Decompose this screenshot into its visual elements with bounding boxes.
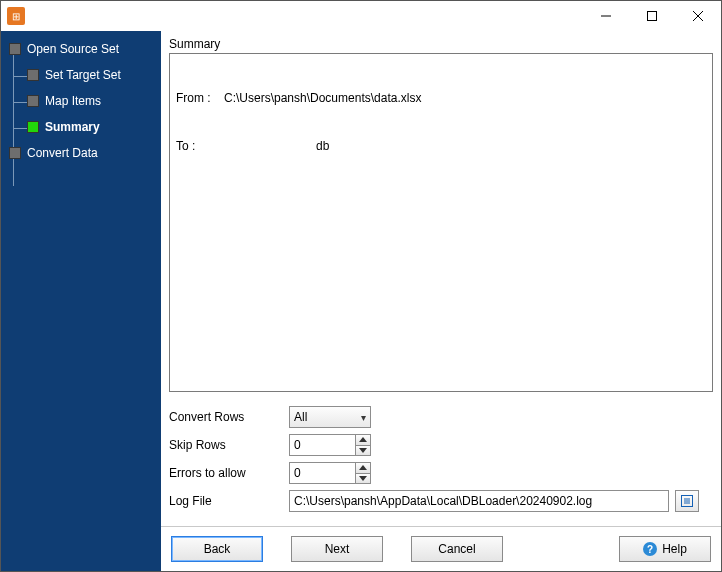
summary-textbox[interactable]: From : C:\Users\pansh\Documents\data.xls…	[169, 53, 713, 392]
minimize-icon	[601, 11, 611, 21]
cancel-button-label: Cancel	[438, 542, 475, 556]
help-button[interactable]: ? Help	[619, 536, 711, 562]
convert-rows-label: Convert Rows	[169, 410, 244, 424]
skip-rows-input[interactable]	[289, 434, 355, 456]
errors-allow-down-button[interactable]	[355, 474, 371, 485]
step-convert-data[interactable]: Convert Data	[9, 140, 159, 166]
convert-rows-select[interactable]: All ▾	[289, 406, 371, 428]
convert-rows-value: All	[294, 410, 307, 424]
chevron-up-icon	[359, 465, 367, 470]
close-button[interactable]	[675, 1, 721, 31]
svg-line-3	[693, 11, 703, 21]
app-icon-glyph: ⊞	[12, 11, 20, 22]
back-button[interactable]: Back	[171, 536, 263, 562]
svg-marker-7	[359, 476, 367, 481]
skip-rows-up-button[interactable]	[355, 434, 371, 446]
skip-rows-spinner	[289, 434, 371, 456]
svg-rect-1	[648, 12, 657, 21]
step-status-icon	[27, 95, 39, 107]
errors-allow-spinner	[289, 462, 371, 484]
cancel-button[interactable]: Cancel	[411, 536, 503, 562]
chevron-down-icon	[359, 448, 367, 453]
svg-line-2	[693, 11, 703, 21]
maximize-icon	[647, 11, 657, 21]
step-map-items[interactable]: Map Items	[27, 88, 159, 114]
help-icon: ?	[643, 542, 657, 556]
step-summary[interactable]: Summary	[27, 114, 159, 140]
step-set-target-set[interactable]: Set Target Set	[27, 62, 159, 88]
log-file-label: Log File	[169, 494, 212, 508]
summary-from-value: C:\Users\pansh\Documents\data.xlsx	[224, 90, 421, 106]
svg-marker-5	[359, 448, 367, 453]
step-label: Set Target Set	[45, 68, 121, 82]
step-status-icon	[9, 147, 21, 159]
step-label: Convert Data	[27, 146, 98, 160]
maximize-button[interactable]	[629, 1, 675, 31]
log-file-browse-button[interactable]	[675, 490, 699, 512]
step-status-icon	[27, 69, 39, 81]
svg-marker-4	[359, 437, 367, 442]
wizard-steps-tree: Open Source Set Set Target Set Map Items	[3, 36, 159, 166]
skip-rows-down-button[interactable]	[355, 446, 371, 457]
wizard-steps-sidebar: Open Source Set Set Target Set Map Items	[1, 31, 161, 571]
log-file-input[interactable]	[289, 490, 669, 512]
close-icon	[693, 11, 703, 21]
errors-allow-input[interactable]	[289, 462, 355, 484]
chevron-down-icon	[359, 476, 367, 481]
summary-to-value: db	[316, 138, 329, 154]
summary-from-label: From :	[176, 90, 224, 106]
file-browse-icon	[680, 494, 694, 508]
step-open-source-set[interactable]: Open Source Set	[9, 36, 159, 62]
step-label: Summary	[45, 120, 100, 134]
step-status-icon	[27, 121, 39, 133]
minimize-button[interactable]	[583, 1, 629, 31]
next-button-label: Next	[325, 542, 350, 556]
step-label: Map Items	[45, 94, 101, 108]
chevron-up-icon	[359, 437, 367, 442]
skip-rows-label: Skip Rows	[169, 438, 226, 452]
app-icon: ⊞	[7, 7, 25, 25]
errors-allow-label: Errors to allow	[169, 466, 246, 480]
conversion-options: Convert Rows All ▾ Skip Rows	[161, 392, 721, 520]
main-pane: Summary From : C:\Users\pansh\Documents\…	[161, 31, 721, 571]
step-status-icon	[9, 43, 21, 55]
chevron-down-icon: ▾	[361, 412, 366, 423]
titlebar: ⊞	[1, 1, 721, 31]
summary-to-label: To :	[176, 138, 224, 154]
step-label: Open Source Set	[27, 42, 119, 56]
wizard-button-bar: Back Next Cancel ? Help	[161, 527, 721, 571]
svg-marker-6	[359, 465, 367, 470]
errors-allow-up-button[interactable]	[355, 462, 371, 474]
next-button[interactable]: Next	[291, 536, 383, 562]
back-button-label: Back	[204, 542, 231, 556]
help-button-label: Help	[662, 542, 687, 556]
wizard-window: ⊞	[0, 0, 722, 572]
summary-heading: Summary	[169, 37, 713, 51]
